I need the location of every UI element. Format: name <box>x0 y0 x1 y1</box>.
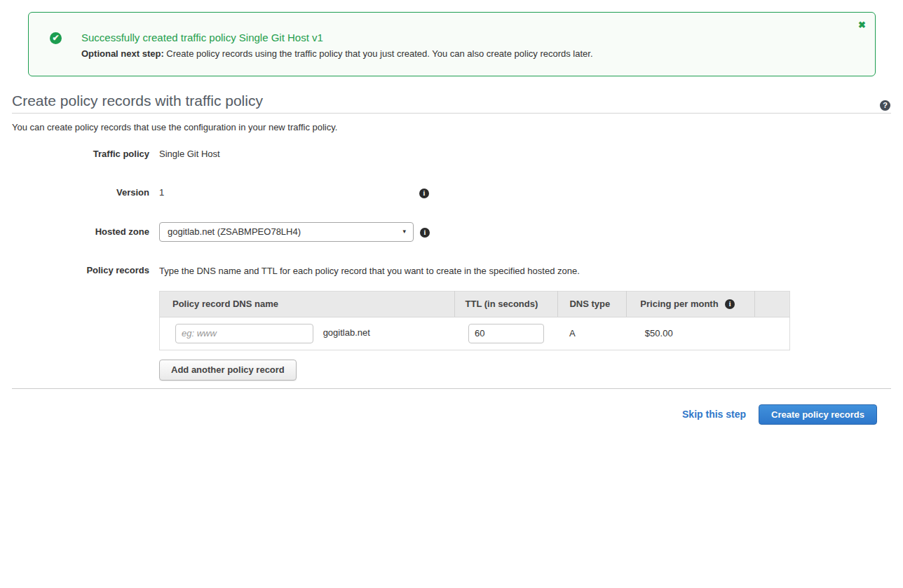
policy-records-description: Type the DNS name and TTL for each polic… <box>159 265 790 276</box>
help-icon[interactable]: ? <box>880 100 890 111</box>
banner-title: Successfully created traffic policy Sing… <box>81 32 593 43</box>
ttl-input[interactable] <box>468 324 544 343</box>
traffic-policy-label: Traffic policy <box>12 149 149 159</box>
main-content: Create policy records with traffic polic… <box>0 93 903 381</box>
version-row: Version 1i <box>12 187 891 198</box>
traffic-policy-value: Single Git Host <box>159 149 220 159</box>
chevron-down-icon: ▾ <box>402 228 406 235</box>
header-extra <box>755 291 790 317</box>
hosted-zone-info-icon[interactable]: i <box>420 228 430 238</box>
traffic-policy-row: Traffic policy Single Git Host <box>12 149 891 159</box>
dns-name-cell: gogitlab.net <box>160 317 455 350</box>
dns-suffix: gogitlab.net <box>323 327 370 338</box>
version-label: Version <box>12 187 149 198</box>
policy-records-label: Policy records <box>12 265 149 275</box>
banner-next-step-text: Create policy records using the traffic … <box>164 48 593 59</box>
table-header-row: Policy record DNS name TTL (in seconds) … <box>160 291 790 317</box>
hosted-zone-label: Hosted zone <box>12 226 149 237</box>
banner-subtext: Optional next step: Create policy record… <box>81 48 593 59</box>
policy-records-table: Policy record DNS name TTL (in seconds) … <box>159 291 790 350</box>
header-dns-name: Policy record DNS name <box>160 291 455 317</box>
pricing-cell: $50.00 <box>627 317 755 350</box>
dns-type-cell: A <box>558 317 627 350</box>
check-circle-icon: ✔ <box>50 32 62 44</box>
add-policy-record-button[interactable]: Add another policy record <box>159 360 297 381</box>
create-records-form: Traffic policy Single Git Host Version 1… <box>12 149 891 381</box>
success-banner: ✔ Successfully created traffic policy Si… <box>28 12 876 76</box>
hosted-zone-selected-value: gogitlab.net (ZSABMPEO78LH4) <box>168 226 301 237</box>
policy-records-content: Type the DNS name and TTL for each polic… <box>159 265 790 381</box>
dns-name-input[interactable] <box>175 324 313 343</box>
footer-divider <box>12 388 891 389</box>
extra-cell <box>755 317 790 350</box>
hosted-zone-select[interactable]: gogitlab.net (ZSABMPEO78LH4) ▾ <box>159 222 414 242</box>
hosted-zone-row: Hosted zone gogitlab.net (ZSABMPEO78LH4)… <box>12 222 891 242</box>
table-row: gogitlab.net A $50.00 <box>160 317 790 350</box>
banner-next-step-label: Optional next step: <box>81 48 164 59</box>
footer-actions: Skip this step Create policy records <box>0 404 903 425</box>
create-policy-records-button[interactable]: Create policy records <box>759 404 877 425</box>
header-pricing-label: Pricing per month <box>640 299 718 309</box>
page-title: Create policy records with traffic polic… <box>12 93 891 109</box>
version-value: 1 <box>159 187 419 198</box>
header-ttl: TTL (in seconds) <box>454 291 558 317</box>
ttl-cell <box>454 317 558 350</box>
skip-this-step-link[interactable]: Skip this step <box>682 409 746 420</box>
hosted-zone-select-wrap: gogitlab.net (ZSABMPEO78LH4) ▾ i <box>159 222 430 242</box>
pricing-info-icon[interactable]: i <box>725 299 735 309</box>
policy-records-row: Policy records Type the DNS name and TTL… <box>12 265 891 381</box>
header-dns-type: DNS type <box>558 291 627 317</box>
intro-text: You can create policy records that use t… <box>12 122 891 132</box>
close-icon[interactable]: ✖ <box>858 20 866 29</box>
version-info-icon[interactable]: i <box>419 189 429 198</box>
version-value-wrap: 1i <box>159 187 429 198</box>
header-pricing: Pricing per month i <box>627 291 755 317</box>
banner-content: Successfully created traffic policy Sing… <box>81 32 593 59</box>
page-header: Create policy records with traffic polic… <box>12 93 891 114</box>
